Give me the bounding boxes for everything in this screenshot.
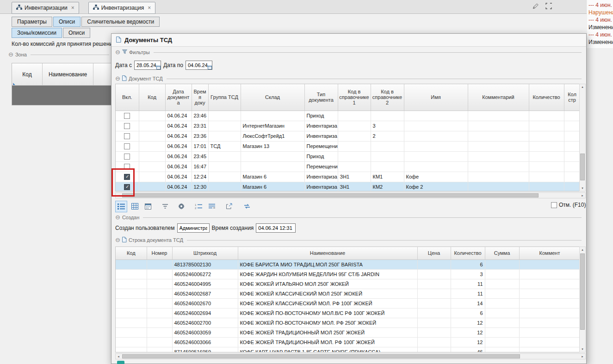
line-row[interactable]: 4605246003066 КОФЕ ЖОКЕЙ ТРАДИЦИОННЫЙ МО… [116,337,580,347]
scroll-down-icon[interactable]: ▾ [580,346,585,352]
collapse-icon[interactable]: ⊖ [8,52,13,57]
scrollbar-thumb[interactable] [580,154,585,180]
numbered-list-button[interactable]: 12 [192,201,204,212]
line-row[interactable]: 4605246004995 КОФЕ ЖОКЕЙ ИТАЛЬЯНО МОЛ 25… [116,279,580,289]
cell-time: 12:30 [192,182,208,191]
cell-qty [529,151,564,161]
lines-column-header[interactable]: Сумма [485,247,519,259]
calendar-picker-icon[interactable] [208,65,212,69]
line-row[interactable]: 4605246002694 КОФЕ ЖОКЕЙ ПО-ВОСТОЧНОМУ М… [116,308,580,318]
lines-table-hscrollbar[interactable]: ◂ ▸ [115,353,586,359]
settings-gear-button[interactable] [175,201,187,212]
doc-row[interactable]: 04.06.24 23:45 Приход [116,151,580,161]
open-external-button[interactable] [223,201,235,212]
nav-tab[interactable]: Описи [53,17,80,27]
row-include-checkbox[interactable] [124,113,130,119]
doc-row[interactable]: 04.06.24 17:01 ТСД Магазин 13 Перемещени [116,141,580,151]
doc-column-header[interactable]: Имя [404,84,468,111]
doc-row[interactable]: 04.06.24 12:24 Магазин 6 Инвентариза ЗН1… [116,172,580,182]
line-row[interactable]: 4605246002700 КОФЕ ЖОКЕЙ ПО-ВОСТОЧНОМУ М… [116,318,580,327]
doc-column-header[interactable]: Код в справочнике 2 [371,84,404,111]
nav-tab[interactable]: Сличительные ведомости [81,17,160,27]
row-include-checkbox[interactable] [124,154,130,160]
scroll-left-icon[interactable]: ◂ [116,354,121,359]
doc-row[interactable]: 04.06.24 12:30 Магазин 6 Инвентариза ЗН1… [116,182,580,191]
line-row[interactable]: 8714599516959 КОФЕ КАРТ НУАР РАСТВ 1,8Г … [116,347,580,352]
svg-text:1: 1 [195,204,197,206]
doc-column-header[interactable]: Тип документа [304,84,338,111]
collapse-icon[interactable]: ⊖ [115,215,120,220]
zone-group-header: ⊖ Зона [8,52,109,57]
doc-column-header[interactable]: Дата документа [165,84,192,111]
tab-close-icon[interactable]: × [71,5,74,11]
list-filter-button[interactable] [206,201,218,212]
doc-table-hscrollbar[interactable]: ◂ ▸ [115,192,586,198]
scrollbar-thumb[interactable] [122,193,539,197]
nav-tab[interactable]: Описи [63,28,90,38]
doc-column-header[interactable]: Время доку [192,84,208,111]
doc-column-header[interactable]: Кол стр [564,84,580,111]
doc-column-header[interactable]: Количество [529,84,564,111]
view-details-button[interactable] [115,201,127,212]
doc-column-header[interactable]: Склад [241,84,304,111]
doc-column-header[interactable]: Группа ТСД [208,84,241,111]
line-row[interactable]: 4605246002670 КОФЕ ЖОКЕЙ КЛАССИЧЕСКИЙ МО… [116,298,580,308]
doc-row[interactable]: 04.06.24 23:31 ИнтернетМагазин Инвентари… [116,121,580,131]
zone-column-header[interactable]: Наименование [43,63,93,86]
doc-row[interactable]: 04.06.24 16:47 Перемещени [116,161,580,172]
tab-close-icon[interactable]: × [148,5,151,11]
doc-column-header[interactable]: Код [139,84,165,111]
row-include-checkbox[interactable] [124,133,130,139]
line-row[interactable]: 4605246002687 КОФЕ ЖОКЕЙ КЛАССИЧЕСКИЙ МО… [116,289,580,298]
calendar-picker-icon[interactable] [156,65,161,69]
edit-pencil-icon[interactable] [532,3,539,11]
nav-tab[interactable]: Зоны/комиссии [12,28,62,38]
doc-column-header[interactable]: Комментарий [468,84,529,111]
created-time-input[interactable] [256,223,296,233]
window-tab[interactable]: Инвентаризация × [88,2,155,14]
lines-table: КодНомерШтрихкодНаименованиеЦенаКоличест… [116,247,580,352]
lines-column-header[interactable]: Коммент [519,247,580,259]
view-grid-button[interactable] [129,201,141,212]
scroll-right-icon[interactable]: ▸ [580,354,585,359]
calendar-button[interactable] [142,201,154,212]
scroll-up-icon[interactable]: ▴ [580,84,585,90]
row-include-checkbox[interactable] [124,143,130,149]
scrollbar-thumb[interactable] [122,354,520,358]
cell-doc-type: Приход [304,151,338,161]
doc-row[interactable]: 04.06.24 23:46 Приход [116,111,580,121]
created-by-input[interactable] [177,223,210,233]
line-row[interactable]: 4605246003059 КОФЕ ЖОКЕЙ ТРАДИЦИОННЫЙ МО… [116,327,580,337]
lines-column-header[interactable]: Номер [147,247,172,259]
filter-lines-button[interactable] [159,201,171,212]
collapse-icon[interactable]: ⊖ [115,237,120,243]
line-row[interactable]: 4605246006272 КОФЕ ЖАРДИН КОЛУМБИЯ МЕДЕЛ… [116,269,580,279]
zone-column-header[interactable]: Код [12,63,43,86]
row-include-checkbox[interactable] [124,123,130,129]
scrollbar-thumb[interactable] [580,253,585,330]
scroll-right-icon[interactable]: ▸ [580,193,585,198]
cell-doc-type: Инвентариза [304,172,338,182]
collapse-icon[interactable]: ⊖ [115,76,120,81]
doc-table-vscrollbar[interactable]: ▴ ▾ [579,84,586,191]
doc-column-header[interactable]: Код в справочнике 1 [338,84,371,111]
window-tab[interactable]: Инвентаризации × [12,2,79,14]
lines-column-header[interactable]: Штрихкод [172,247,238,259]
scroll-up-icon[interactable]: ▴ [580,247,585,253]
refresh-button[interactable] [241,201,253,212]
lines-column-header[interactable]: Код [116,247,147,259]
lines-column-header[interactable]: Наименование [238,247,417,259]
doc-row[interactable]: 04.06.24 23:36 ЛюксСофтТрейд1 Инвентариз… [116,131,580,141]
nav-tab[interactable]: Параметры [12,17,52,27]
line-row[interactable]: 4813785002130 КОФЕ БАРИСТА МИО ТРАДИЦ.МО… [116,259,580,269]
lines-column-header[interactable]: Количество [451,247,485,259]
mark-f10-checkbox[interactable] [551,202,557,208]
lines-table-vscrollbar[interactable]: ▴ ▾ [579,247,586,352]
cell-comment [468,141,529,151]
doc-column-header[interactable]: Вкл. [116,84,139,111]
maximize-icon[interactable] [545,3,552,11]
scroll-down-icon[interactable]: ▾ [580,185,585,191]
tabs-row-parameters: Параметры Описи Сличительные ведомости [12,17,161,27]
collapse-icon[interactable]: ⊖ [115,49,120,55]
lines-column-header[interactable]: Цена [417,247,451,259]
